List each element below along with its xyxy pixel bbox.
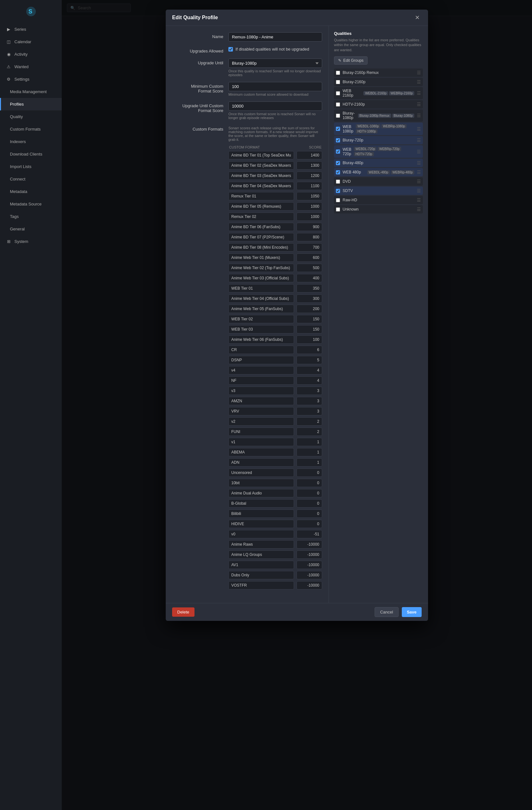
cf-name-input[interactable]: [228, 427, 294, 436]
drag-handle-icon[interactable]: ☰: [417, 197, 421, 202]
delete-button[interactable]: Delete: [172, 608, 195, 617]
cf-name-input[interactable]: [228, 489, 294, 497]
edit-groups-button[interactable]: ✎ Edit Groups: [334, 56, 368, 65]
quality-checkbox[interactable]: [336, 161, 340, 165]
cf-name-input[interactable]: [228, 294, 294, 303]
sidebar-item-tags[interactable]: Tags: [0, 210, 62, 223]
min-cf-score-input[interactable]: [228, 82, 322, 91]
cf-name-input[interactable]: [228, 458, 294, 467]
drag-handle-icon[interactable]: ☰: [417, 102, 421, 107]
cf-score-input[interactable]: [297, 387, 322, 395]
quality-checkbox[interactable]: [336, 180, 340, 184]
cf-name-input[interactable]: [228, 233, 294, 241]
cf-name-input[interactable]: [228, 376, 294, 385]
cf-score-input[interactable]: [297, 212, 322, 221]
cf-score-input[interactable]: [297, 530, 322, 538]
cf-score-input[interactable]: [297, 581, 322, 589]
cf-score-input[interactable]: [297, 366, 322, 374]
upgrade-until-select[interactable]: Bluray-2160p Remux Bluray-2160p WEB 2160…: [228, 59, 322, 68]
cf-name-input[interactable]: [228, 540, 294, 549]
cf-score-input[interactable]: [297, 346, 322, 354]
cf-name-input[interactable]: [228, 151, 294, 159]
cf-name-input[interactable]: [228, 397, 294, 405]
cf-name-input[interactable]: [228, 274, 294, 282]
drag-handle-icon[interactable]: ☰: [417, 169, 421, 175]
sidebar-item-custom-formats[interactable]: Custom Formats: [0, 123, 62, 135]
quality-checkbox[interactable]: [336, 80, 340, 84]
cf-name-input[interactable]: [228, 182, 294, 190]
cf-score-input[interactable]: [297, 284, 322, 292]
cf-score-input[interactable]: [297, 571, 322, 579]
cf-score-input[interactable]: [297, 499, 322, 507]
cf-score-input[interactable]: [297, 223, 322, 231]
cf-name-input[interactable]: [228, 284, 294, 292]
drag-handle-icon[interactable]: ☰: [417, 188, 421, 193]
sidebar-item-settings[interactable]: ⚙ Settings: [0, 73, 62, 85]
cf-score-input[interactable]: [297, 540, 322, 549]
drag-handle-icon[interactable]: ☰: [417, 113, 421, 118]
cf-name-input[interactable]: [228, 407, 294, 416]
sidebar-item-profiles[interactable]: Profiles: [0, 98, 62, 110]
cf-score-input[interactable]: [297, 376, 322, 385]
cf-name-input[interactable]: [228, 530, 294, 538]
cf-score-input[interactable]: [297, 274, 322, 282]
cf-score-input[interactable]: [297, 305, 322, 313]
cf-name-input[interactable]: [228, 571, 294, 579]
cf-name-input[interactable]: [228, 581, 294, 589]
drag-handle-icon[interactable]: ☰: [417, 179, 421, 184]
quality-checkbox[interactable]: [336, 138, 340, 142]
cf-score-input[interactable]: [297, 417, 322, 426]
sidebar-item-import-lists[interactable]: Import Lists: [0, 160, 62, 173]
quality-checkbox[interactable]: [336, 149, 340, 153]
cf-name-input[interactable]: [228, 335, 294, 344]
upgrades-allowed-checkbox[interactable]: [228, 47, 233, 51]
cf-name-input[interactable]: [228, 561, 294, 569]
cf-name-input[interactable]: [228, 550, 294, 559]
cf-score-input[interactable]: [297, 509, 322, 518]
cf-score-input[interactable]: [297, 243, 322, 252]
cf-score-input[interactable]: [297, 489, 322, 497]
drag-handle-icon[interactable]: ☰: [417, 126, 421, 131]
cf-score-input[interactable]: [297, 356, 322, 364]
quality-checkbox[interactable]: [336, 170, 340, 174]
cf-name-input[interactable]: [228, 212, 294, 221]
cf-score-input[interactable]: [297, 182, 322, 190]
sidebar-item-media-management[interactable]: Media Management: [0, 85, 62, 98]
cf-name-input[interactable]: [228, 192, 294, 200]
cf-score-input[interactable]: [297, 325, 322, 334]
sidebar-item-metadata[interactable]: Metadata: [0, 185, 62, 198]
cf-score-input[interactable]: [297, 202, 322, 211]
cf-name-input[interactable]: [228, 315, 294, 323]
cf-score-input[interactable]: [297, 192, 322, 200]
cf-score-input[interactable]: [297, 315, 322, 323]
cf-score-input[interactable]: [297, 448, 322, 456]
cf-score-input[interactable]: [297, 233, 322, 241]
cf-score-input[interactable]: [297, 407, 322, 416]
cf-name-input[interactable]: [228, 448, 294, 456]
sidebar-item-series[interactable]: ▶ Series: [0, 23, 62, 35]
sidebar-item-quality[interactable]: Quality: [0, 110, 62, 123]
cf-score-input[interactable]: [297, 550, 322, 559]
sidebar-item-calendar[interactable]: ◫ Calendar: [0, 35, 62, 48]
cf-name-input[interactable]: [228, 520, 294, 528]
sidebar-item-activity[interactable]: ◉ Activity: [0, 48, 62, 61]
quality-checkbox[interactable]: [336, 198, 340, 202]
cf-name-input[interactable]: [228, 161, 294, 169]
cf-score-input[interactable]: [297, 520, 322, 528]
drag-handle-icon[interactable]: ☰: [417, 149, 421, 154]
quality-checkbox[interactable]: [336, 91, 340, 95]
quality-checkbox[interactable]: [336, 114, 340, 118]
cf-name-input[interactable]: [228, 499, 294, 507]
cf-score-input[interactable]: [297, 397, 322, 405]
cf-name-input[interactable]: [228, 417, 294, 426]
cf-score-input[interactable]: [297, 172, 322, 180]
sidebar-item-download-clients[interactable]: Download Clients: [0, 148, 62, 160]
cf-name-input[interactable]: [228, 305, 294, 313]
cf-name-input[interactable]: [228, 356, 294, 364]
cf-score-input[interactable]: [297, 479, 322, 487]
cf-name-input[interactable]: [228, 243, 294, 252]
cf-name-input[interactable]: [228, 509, 294, 518]
cf-score-input[interactable]: [297, 161, 322, 169]
drag-handle-icon[interactable]: ☰: [417, 79, 421, 84]
cf-name-input[interactable]: [228, 346, 294, 354]
